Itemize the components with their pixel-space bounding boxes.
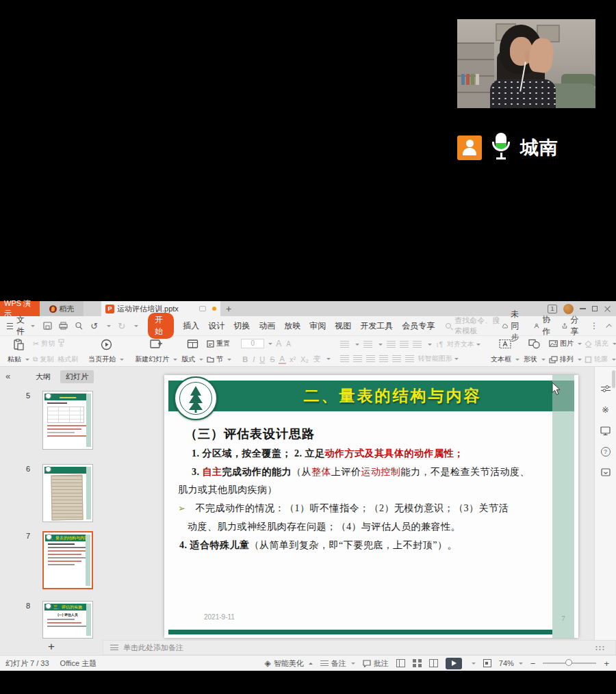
bold-button[interactable]: B [241,355,249,363]
normal-view-button[interactable] [396,659,405,667]
slide-thumbnail-7-current[interactable]: 二、量表的结构与内容 [42,531,93,589]
justify-icon[interactable] [379,355,388,362]
text-direction-icon[interactable] [413,341,422,348]
zoom-in-button[interactable]: + [604,658,609,669]
numbered-list-icon[interactable] [363,341,372,348]
font-size-input[interactable]: 0 [241,339,264,348]
collapse-panel-button[interactable]: « [5,371,10,381]
text-effect-button[interactable]: 变 [312,354,322,364]
menu-view[interactable]: 视图 [335,320,351,332]
save-icon[interactable] [43,322,52,330]
notes-toggle-button[interactable]: 备注 [320,658,355,669]
beautify-sparkle-icon[interactable]: ※ [602,404,609,415]
underline-button[interactable]: U [258,355,266,363]
arrange-button[interactable]: 排列 [549,355,582,364]
subscript-button[interactable]: X₂ [299,355,310,363]
smart-beautify-button[interactable]: ◈ 智能美化 [265,658,313,669]
slide-canvas[interactable]: 二、量表的结构与内容 （三）评估表设计思路 1. 分区域，按全覆盖； 2. 立足… [164,375,578,638]
align-text-button[interactable]: 对齐文本 [447,339,480,349]
reading-view-button[interactable] [429,659,438,667]
cut-button[interactable]: ✂剪切 [33,339,55,348]
grow-font-button[interactable]: A [274,339,283,348]
copy-button[interactable]: ⧉复制 [33,355,55,364]
menu-animation[interactable]: 动画 [259,320,275,332]
collaborate-button[interactable]: 协作 [534,314,553,337]
columns-icon[interactable] [392,355,401,362]
menu-design[interactable]: 设计 [208,320,224,332]
print-icon[interactable] [59,322,68,330]
picture-button[interactable]: 图片 [549,339,582,348]
slide-thumbnail-8[interactable]: 三、评估的实施 (一) 评估人员 [42,601,93,639]
font-color-button[interactable]: A [279,355,286,364]
zoom-slider[interactable] [543,663,596,664]
fit-to-window-button[interactable] [483,659,491,667]
collapse-ribbon-icon[interactable] [606,324,612,329]
scrollbar-thumb[interactable] [612,370,615,388]
menu-review[interactable]: 审阅 [309,320,326,332]
notes-input[interactable]: 单击此处添加备注 [103,640,616,655]
slideshow-play-button[interactable] [446,658,462,669]
new-tab-button[interactable]: + [220,301,237,316]
share-button[interactable]: 分享 [562,314,581,337]
zoom-slider-knob[interactable] [565,659,572,666]
shrink-font-button[interactable]: A [285,340,292,348]
play-from-current-button[interactable]: 当页开始 [86,338,126,365]
zoom-out-button[interactable]: − [530,658,536,669]
microphone-icon [489,132,513,164]
menu-home-tab[interactable]: 开始 [148,313,174,339]
comments-button[interactable]: 批注 [363,658,389,669]
screen-cast-icon[interactable] [600,426,611,435]
outline-level-icon[interactable] [405,355,414,362]
slide-thumbnail-5[interactable]: ▬▬▬▬ [42,391,93,450]
command-search-input[interactable]: 查找命令、搜索模板 [446,316,502,336]
italic-button[interactable]: I [251,355,256,363]
hamburger-icon[interactable] [7,323,13,329]
superscript-button[interactable]: x² [288,355,297,363]
menu-transition[interactable]: 切换 [233,320,250,332]
tab-outline[interactable]: 大纲 [30,370,56,383]
properties-tune-icon[interactable] [601,385,611,393]
more-menu-button[interactable]: ⋮ [590,321,598,331]
decrease-indent-icon[interactable] [387,341,396,348]
new-slide-button[interactable]: 新建幻灯片 [133,338,179,365]
increase-indent-icon[interactable] [400,341,409,348]
fill-button[interactable]: 填充 [585,339,616,348]
to-smartart-button[interactable]: 转智能图形 [418,354,459,363]
bullet-list-icon[interactable] [340,341,349,348]
format-painter-button[interactable] [57,339,78,347]
preview-icon[interactable] [75,322,84,330]
menu-bar: 文件 ↺ ↻ 开始 插入 设计 切换 动画 放映 审阅 视图 开发工具 会员专享… [0,316,616,335]
splitter-handle[interactable] [595,645,606,650]
menu-file[interactable]: 文件 [16,314,29,337]
tab-slides[interactable]: 幻灯片 [60,370,94,383]
menu-member[interactable]: 会员专享 [402,320,435,332]
webcam-feed [457,19,595,108]
toolbox-icon[interactable] [601,468,611,476]
section-button[interactable]: 节 [207,355,231,364]
add-slide-button[interactable]: + [48,640,55,654]
strike-button[interactable]: S [268,355,276,363]
align-left-icon[interactable] [340,355,349,362]
close-button[interactable] [604,305,611,312]
redo-icon[interactable]: ↻ [118,321,125,331]
align-right-icon[interactable] [366,355,375,362]
slide-thumbnail-6[interactable] [42,464,93,522]
menu-insert[interactable]: 插入 [183,320,199,332]
align-center-icon[interactable] [353,355,362,362]
help-icon[interactable]: ? [601,447,611,457]
zoom-level[interactable]: 74% [499,659,523,667]
paste-button[interactable]: 粘贴 [5,338,31,365]
shapes-button[interactable]: 形状 [522,338,548,365]
textbox-button[interactable]: 文本框 [489,338,522,365]
theme-name[interactable]: Office 主题 [60,658,97,669]
menu-slideshow[interactable]: 放映 [284,320,300,332]
tab-docer[interactable]: 稻壳 [40,301,84,316]
undo-icon[interactable]: ↺ [90,321,98,331]
reset-button[interactable]: 重置 [207,339,231,348]
slide-sorter-view-button[interactable] [413,659,422,667]
menu-devtools[interactable]: 开发工具 [360,320,393,332]
layout-button[interactable]: 版式 [179,338,205,365]
outline-button[interactable]: 轮廓 [585,355,616,364]
slide-line-5: 动度、肌力或神经肌肉存在问题；（4）与评估人员的兼容性。 [188,521,461,533]
line-spacing-icon[interactable]: ↕¶ [436,341,443,348]
